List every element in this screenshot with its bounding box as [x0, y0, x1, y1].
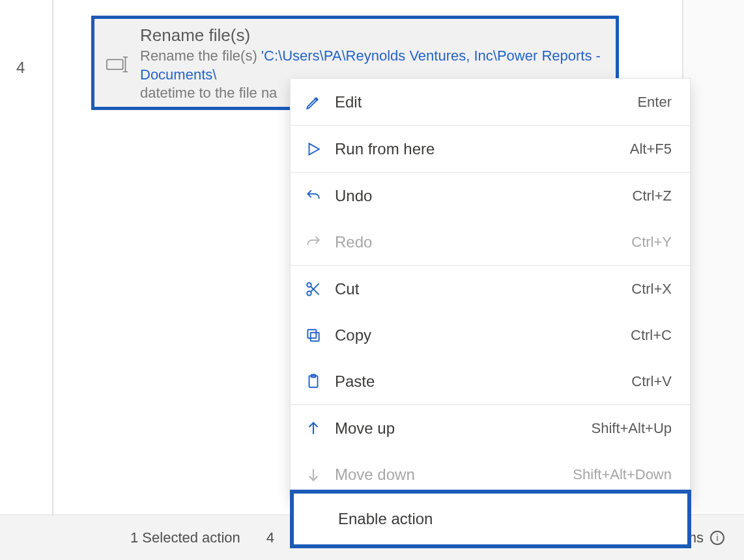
menu-item-label: Run from here [335, 140, 630, 158]
menu-item-move-up[interactable]: Move upShift+Alt+Up [291, 405, 690, 451]
status-other-number: 4 [266, 529, 274, 546]
menu-item-label: Redo [335, 233, 631, 251]
svg-point-6 [307, 291, 311, 296]
menu-item-shortcut: Shift+Alt+Down [573, 466, 672, 483]
rename-file-icon [106, 57, 131, 72]
arrow-up-icon [304, 419, 323, 438]
menu-item-undo[interactable]: UndoCtrl+Z [291, 173, 690, 219]
paste-icon [304, 372, 323, 391]
svg-point-5 [307, 283, 311, 287]
menu-item-cut[interactable]: CutCtrl+X [291, 266, 690, 312]
menu-item-label: Edit [335, 93, 637, 111]
info-icon[interactable]: i [710, 531, 724, 545]
svg-marker-4 [309, 143, 319, 154]
menu-item-label: Enable action [338, 510, 433, 528]
menu-item-shortcut: Ctrl+Z [633, 188, 672, 204]
play-icon [304, 139, 323, 159]
copy-icon [304, 326, 323, 345]
redo-icon [304, 232, 323, 252]
right-panel-edge [682, 0, 744, 514]
svg-rect-10 [308, 329, 316, 338]
menu-item-label: Move up [335, 419, 591, 438]
menu-item-shortcut: Ctrl+Y [631, 234, 672, 251]
menu-item-shortcut: Enter [637, 94, 672, 111]
menu-item-label: Cut [335, 280, 631, 298]
scissors-icon [304, 279, 323, 299]
menu-item-shortcut: Alt+F5 [630, 141, 672, 158]
pencil-icon [304, 92, 323, 112]
menu-item-shortcut: Shift+Alt+Up [591, 420, 672, 437]
menu-item-enable-action[interactable]: Enable action [290, 490, 691, 548]
svg-rect-9 [311, 332, 319, 341]
menu-item-label: Copy [335, 326, 631, 344]
menu-item-run-from-here[interactable]: Run from hereAlt+F5 [291, 126, 690, 172]
menu-item-redo: RedoCtrl+Y [291, 219, 690, 265]
undo-icon [304, 186, 323, 206]
menu-item-copy[interactable]: CopyCtrl+C [291, 312, 690, 358]
action-title: Rename file(s) [140, 25, 603, 46]
menu-item-paste[interactable]: PasteCtrl+V [291, 358, 690, 404]
menu-item-label: Paste [335, 372, 631, 391]
menu-item-shortcut: Ctrl+C [631, 327, 672, 344]
menu-item-label: Move down [335, 466, 573, 484]
menu-item-shortcut: Ctrl+V [631, 373, 672, 390]
menu-item-shortcut: Ctrl+X [631, 281, 672, 298]
arrow-down-icon [304, 465, 323, 484]
svg-rect-0 [107, 59, 123, 69]
context-menu: EditEnterRun from hereAlt+F5UndoCtrl+ZRe… [290, 78, 691, 498]
menu-item-edit[interactable]: EditEnter [291, 79, 690, 125]
status-selected-count: 1 Selected action [130, 529, 240, 546]
step-number: 4 [16, 59, 25, 77]
menu-item-label: Undo [335, 187, 633, 205]
